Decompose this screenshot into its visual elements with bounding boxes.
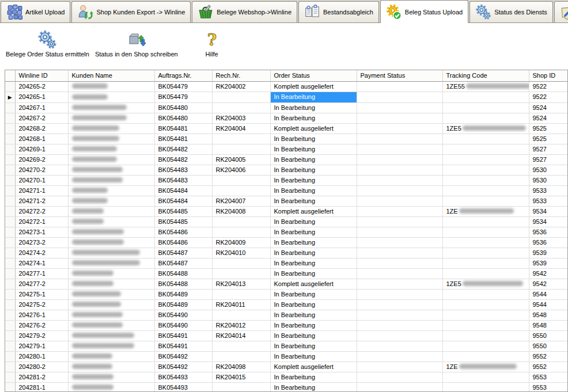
cell-tracking-code[interactable] [442, 382, 529, 392]
cell-rech-nr[interactable] [212, 268, 270, 279]
cell-order-status[interactable]: Komplett ausgeliefert [270, 361, 357, 372]
row-selector[interactable] [5, 134, 15, 144]
cell-shop-id[interactable]: 9553 [529, 382, 568, 392]
table-row[interactable]: 204274-2BK054487RK204010In Bearbeitung95… [5, 248, 568, 258]
row-selector[interactable] [5, 113, 15, 123]
cell-tracking-code[interactable] [442, 92, 529, 102]
table-row[interactable]: 204267-2BK054480RK204003In Bearbeitung95… [5, 113, 568, 123]
cell-tracking-code[interactable] [442, 113, 529, 123]
row-selector[interactable] [5, 320, 15, 330]
row-selector[interactable] [5, 310, 15, 320]
cell-order-status[interactable]: In Bearbeitung [270, 351, 357, 361]
cell-winline-id[interactable]: 204268-2 [15, 123, 68, 134]
cell-tracking-code[interactable] [442, 144, 529, 154]
cell-tracking-code[interactable] [442, 372, 529, 382]
cell-payment-status[interactable] [357, 341, 442, 351]
cell-winline-id[interactable]: 204267-1 [15, 102, 68, 113]
cell-shop-id[interactable]: 9553 [529, 372, 568, 382]
cell-auftrags-nr[interactable]: BK054479 [154, 92, 212, 102]
row-selector[interactable] [5, 289, 15, 299]
cell-kunden-name[interactable] [68, 330, 154, 341]
cell-winline-id[interactable]: 204272-1 [15, 216, 68, 227]
hilfe-button[interactable]: ?Hilfe [199, 29, 225, 59]
cell-rech-nr[interactable]: RK204013 [212, 279, 270, 289]
cell-tracking-code[interactable] [442, 258, 529, 268]
cell-shop-id[interactable]: 9536 [529, 237, 568, 248]
cell-kunden-name[interactable] [68, 185, 154, 196]
cell-shop-id[interactable]: 9525 [529, 123, 568, 134]
table-row[interactable]: 204273-2BK054486RK204009In Bearbeitung95… [5, 237, 568, 248]
cell-rech-nr[interactable]: RK204007 [212, 196, 270, 206]
cell-rech-nr[interactable]: RK204010 [212, 248, 270, 258]
cell-kunden-name[interactable] [68, 237, 154, 248]
cell-winline-id[interactable]: 204275-1 [15, 289, 68, 299]
cell-shop-id[interactable]: 9524 [529, 102, 568, 113]
cell-order-status[interactable]: In Bearbeitung [270, 227, 357, 237]
cell-shop-id[interactable]: 9530 [529, 175, 568, 185]
cell-order-status[interactable]: In Bearbeitung [270, 258, 357, 268]
table-row[interactable]: 204277-1BK054488In Bearbeitung9542 [5, 268, 568, 279]
belege-order-status-ermitteln-button[interactable]: Belege Order Status ermitteln [3, 29, 92, 59]
cell-winline-id[interactable]: 204271-1 [15, 185, 68, 196]
cell-payment-status[interactable] [357, 268, 442, 279]
cell-kunden-name[interactable] [68, 227, 154, 237]
cell-payment-status[interactable] [357, 279, 442, 289]
cell-auftrags-nr[interactable]: BK054491 [154, 330, 212, 341]
cell-rech-nr[interactable] [212, 102, 270, 113]
cell-auftrags-nr[interactable]: BK054483 [154, 175, 212, 185]
row-selector[interactable] [5, 351, 15, 361]
row-selector[interactable] [5, 268, 15, 279]
cell-order-status[interactable]: In Bearbeitung [270, 216, 357, 227]
cell-tracking-code[interactable] [442, 237, 529, 248]
cell-shop-id[interactable]: 9527 [529, 154, 568, 165]
column-header-shop-id[interactable]: Shop ID [529, 70, 568, 81]
cell-kunden-name[interactable] [68, 289, 154, 299]
row-selector[interactable] [5, 382, 15, 392]
cell-auftrags-nr[interactable]: BK054483 [154, 165, 212, 175]
cell-winline-id[interactable]: 204272-2 [15, 206, 68, 216]
cell-auftrags-nr[interactable]: BK054480 [154, 113, 212, 123]
cell-auftrags-nr[interactable]: BK054481 [154, 134, 212, 144]
cell-auftrags-nr[interactable]: BK054487 [154, 248, 212, 258]
row-selector[interactable] [5, 361, 15, 372]
cell-winline-id[interactable]: 204269-1 [15, 144, 68, 154]
row-selector[interactable] [5, 237, 15, 248]
cell-kunden-name[interactable] [68, 320, 154, 330]
tab-bestandsabgleich[interactable]: Bestandsabgleich [298, 1, 379, 22]
cell-winline-id[interactable]: 204270-1 [15, 175, 68, 185]
cell-tracking-code[interactable]: 1ZE55 [442, 81, 529, 92]
column-header-order-status[interactable]: Order Status [270, 70, 357, 81]
cell-winline-id[interactable]: 204281-2 [15, 372, 68, 382]
tab-shop-kunden-export-winline[interactable]: Shop Kunden Export -> Winline [71, 1, 191, 22]
table-row[interactable]: 204279-1BK054491In Bearbeitung9550 [5, 341, 568, 351]
cell-payment-status[interactable] [357, 299, 442, 310]
cell-rech-nr[interactable]: RK204005 [212, 154, 270, 165]
cell-rech-nr[interactable] [212, 227, 270, 237]
cell-kunden-name[interactable] [68, 102, 154, 113]
cell-tracking-code[interactable] [442, 134, 529, 144]
column-header-kunden-name[interactable]: Kunden Name [68, 70, 154, 81]
row-selector[interactable] [5, 216, 15, 227]
cell-shop-id[interactable]: 9522 [529, 92, 568, 102]
cell-payment-status[interactable] [357, 382, 442, 392]
row-selector[interactable] [5, 123, 15, 134]
cell-tracking-code[interactable]: 1ZE [442, 206, 529, 216]
cell-payment-status[interactable] [357, 289, 442, 299]
cell-winline-id[interactable]: 204274-2 [15, 248, 68, 258]
cell-kunden-name[interactable] [68, 341, 154, 351]
cell-kunden-name[interactable] [68, 92, 154, 102]
cell-auftrags-nr[interactable]: BK054488 [154, 268, 212, 279]
cell-rech-nr[interactable] [212, 258, 270, 268]
cell-winline-id[interactable]: 204279-2 [15, 330, 68, 341]
cell-payment-status[interactable] [357, 248, 442, 258]
status-in-den-shop-schreiben-button[interactable]: Status in den Shop schreiben [92, 29, 181, 59]
cell-rech-nr[interactable]: RK204008 [212, 206, 270, 216]
table-row[interactable]: 204272-2BK054485RK204008Komplett ausgeli… [5, 206, 568, 216]
cell-tracking-code[interactable] [442, 102, 529, 113]
cell-order-status[interactable]: Komplett ausgeliefert [270, 123, 357, 134]
cell-order-status[interactable]: In Bearbeitung [270, 185, 357, 196]
cell-shop-id[interactable]: 9536 [529, 227, 568, 237]
cell-rech-nr[interactable] [212, 289, 270, 299]
table-row[interactable]: 204271-2BK054484RK204007In Bearbeitung95… [5, 196, 568, 206]
cell-kunden-name[interactable] [68, 165, 154, 175]
